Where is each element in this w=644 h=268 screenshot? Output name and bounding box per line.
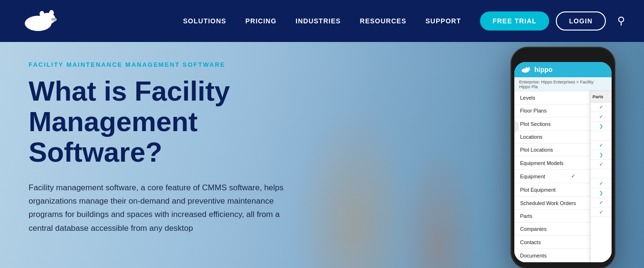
menu-label: Levels xyxy=(520,95,535,101)
svg-point-3 xyxy=(49,10,54,16)
login-button[interactable]: LOGIN xyxy=(556,11,606,31)
hero-content: FACILITY MAINTENANCE MANAGEMENT SOFTWARE… xyxy=(0,42,324,254)
menu-label: Plot Locations xyxy=(520,147,553,153)
nav-links: SOLUTIONS PRICING INDUSTRIES RESOURCES S… xyxy=(183,17,461,25)
check-icon: ✓ xyxy=(571,173,575,179)
side-panel-row: ❯ xyxy=(591,188,612,198)
svg-point-6 xyxy=(54,19,56,20)
nav-link-solutions[interactable]: SOLUTIONS xyxy=(183,17,226,25)
side-panel-row xyxy=(591,131,612,141)
arrow-icon: ❯ xyxy=(599,190,603,196)
side-panel-row: ✓ xyxy=(591,198,612,207)
check-icon: ✓ xyxy=(599,209,603,215)
check-icon: ✓ xyxy=(599,143,603,148)
menu-label: Plot Sections xyxy=(520,121,551,127)
menu-label: Plot Equipment xyxy=(520,187,556,193)
menu-label: Equipment Models xyxy=(520,160,563,166)
phone-notch xyxy=(549,53,577,59)
free-trial-button[interactable]: FREE TRIAL xyxy=(480,11,549,31)
menu-label: Contacts xyxy=(520,239,541,245)
hero-title: What is Facility Management Software? xyxy=(29,76,296,167)
check-icon: ✓ xyxy=(599,104,603,110)
arrow-icon: ❯ xyxy=(599,152,603,157)
nav-link-pricing[interactable]: PRICING xyxy=(245,17,276,25)
menu-label: Parts xyxy=(520,213,532,219)
menu-label: Documents xyxy=(520,253,547,258)
phone-menu-container: ‹ Levels Floor Plans Plot Sections ✓ xyxy=(514,92,612,262)
svg-point-5 xyxy=(52,19,54,20)
menu-label: Locations xyxy=(520,134,542,140)
phone-breadcrumb: Enterprise: Hippo Enterprises > Facility… xyxy=(514,77,612,92)
side-panel-title: Parts xyxy=(591,92,612,103)
check-icon: ✓ xyxy=(599,162,603,167)
menu-label: Scheduled Work Orders xyxy=(520,200,576,206)
side-panel: Parts ✓ ✓ ❯ xyxy=(590,92,612,262)
nav-buttons: FREE TRIAL LOGIN ⚲ xyxy=(480,11,625,31)
side-panel-row: ✓ xyxy=(591,112,612,122)
svg-point-10 xyxy=(528,67,530,68)
logo[interactable] xyxy=(19,8,57,34)
check-icon: ✓ xyxy=(599,114,603,119)
nav-link-resources[interactable]: RESOURCES xyxy=(360,17,407,25)
phone-frame: hippo Enterprise: Hippo Enterprises > Fa… xyxy=(511,47,615,268)
svg-point-9 xyxy=(526,67,527,69)
menu-label: Companies xyxy=(520,226,547,232)
side-panel-row: ✓ xyxy=(591,179,612,188)
side-panel-row: ✓ xyxy=(591,160,612,169)
menu-label: Floor Plans xyxy=(520,108,547,113)
phone-app-name: hippo xyxy=(534,66,552,73)
side-panel-row: ✓ xyxy=(591,103,612,112)
side-panel-row: ✓ xyxy=(591,207,612,217)
svg-point-11 xyxy=(529,69,530,70)
check-icon: ✓ xyxy=(599,181,603,186)
phone-header: hippo xyxy=(514,62,612,77)
svg-point-4 xyxy=(51,18,57,21)
side-panel-row: ❯ xyxy=(591,122,612,131)
navbar: SOLUTIONS PRICING INDUSTRIES RESOURCES S… xyxy=(0,0,644,42)
arrow-icon: ❯ xyxy=(599,124,603,129)
hero-subtitle: FACILITY MAINTENANCE MANAGEMENT SOFTWARE xyxy=(29,61,296,68)
menu-label: Equipment xyxy=(520,174,545,179)
search-icon[interactable]: ⚲ xyxy=(617,15,625,27)
hero-section: FACILITY MAINTENANCE MANAGEMENT SOFTWARE… xyxy=(0,42,644,268)
nav-link-industries[interactable]: INDUSTRIES xyxy=(296,17,341,25)
phone-mockup: hippo Enterprise: Hippo Enterprises > Fa… xyxy=(511,47,615,268)
side-panel-row: ✓ xyxy=(591,141,612,150)
svg-point-2 xyxy=(40,11,44,17)
nav-link-support[interactable]: SUPPORT xyxy=(426,17,461,25)
side-panel-row xyxy=(591,169,612,179)
check-icon: ✓ xyxy=(599,200,603,205)
hero-description: Facility management software, a core fea… xyxy=(29,181,296,235)
side-panel-row: ❯ xyxy=(591,150,612,160)
phone-app-logo xyxy=(520,66,531,73)
phone-screen: hippo Enterprise: Hippo Enterprises > Fa… xyxy=(514,62,612,262)
